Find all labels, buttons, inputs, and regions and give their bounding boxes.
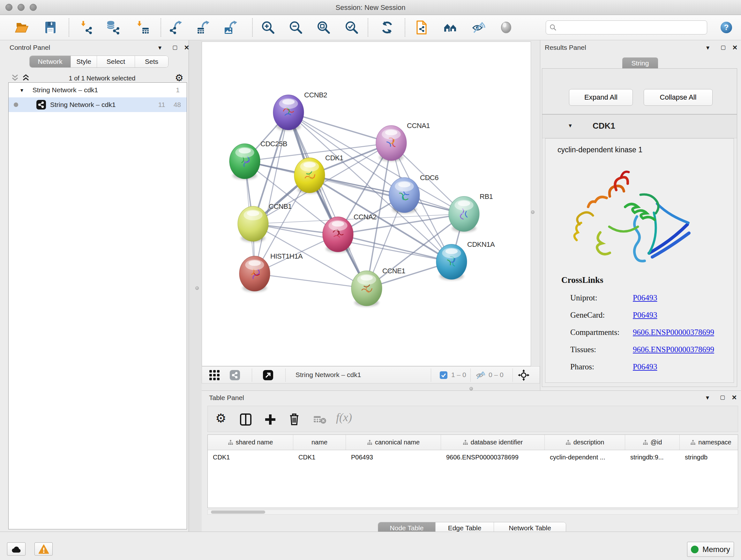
zoom-fit-icon[interactable]	[316, 20, 331, 35]
tab-network[interactable]: Network	[30, 56, 71, 67]
help-icon[interactable]: ?	[720, 21, 733, 34]
table-cell[interactable]: stringdb	[680, 450, 738, 464]
node-CDKN1A[interactable]	[436, 244, 467, 280]
expand-all-button[interactable]: Expand All	[569, 89, 633, 106]
tab-style[interactable]: Style	[71, 56, 97, 67]
crosslink-link[interactable]: 9606.ENSP00000378699	[633, 345, 714, 354]
export-table-icon[interactable]	[196, 20, 211, 35]
control-panel-title: Control Panel	[10, 44, 50, 51]
show-columns-icon[interactable]	[240, 413, 252, 426]
node-CCNA2[interactable]	[323, 217, 353, 253]
table-cell[interactable]: CDK1	[293, 450, 346, 464]
import-network-file-icon[interactable]	[79, 20, 94, 35]
zoom-selected-icon[interactable]	[344, 20, 359, 35]
open-in-window-icon[interactable]	[263, 370, 273, 381]
home-pages-icon[interactable]	[443, 20, 458, 35]
zoom-in-icon[interactable]	[261, 20, 275, 35]
crosslink-link[interactable]: P06493	[633, 362, 657, 371]
warning-status-button[interactable]	[35, 543, 53, 556]
maximize-panel-icon[interactable]: ▢	[718, 393, 727, 401]
expand-all-chevrons-icon[interactable]	[11, 73, 19, 82]
network-options-gear-icon[interactable]: ⚙	[175, 72, 184, 83]
maximize-panel-icon[interactable]: ▢	[170, 44, 180, 52]
node-CDK1[interactable]	[294, 158, 325, 193]
network-canvas[interactable]: CCNB2CCNA1CDC25BCDK1CDC6RB1CCNB1CCNA2CDK…	[202, 42, 531, 366]
collapse-triangle-icon[interactable]: ▼	[19, 87, 24, 93]
left-splitter-handle[interactable]	[195, 287, 199, 290]
float-panel-icon[interactable]: ▾	[703, 393, 712, 401]
table-horizontal-scrollbar[interactable]	[207, 509, 738, 515]
hide-selected-eye-icon[interactable]	[471, 20, 486, 35]
table-cell[interactable]: stringdb:9...	[625, 450, 680, 464]
close-panel-icon[interactable]: ✕	[182, 44, 192, 52]
scrollbar-thumb[interactable]	[211, 510, 265, 514]
table-cell[interactable]: cyclin-dependent ...	[545, 450, 625, 464]
preview-sphere-icon[interactable]	[499, 20, 514, 35]
float-panel-icon[interactable]: ▾	[155, 44, 165, 52]
crosslink-link[interactable]: P06493	[633, 311, 657, 320]
export-network-icon[interactable]	[169, 20, 183, 35]
open-session-icon[interactable]	[14, 20, 29, 35]
pan-crosshair-icon[interactable]	[518, 369, 529, 381]
maximize-panel-icon[interactable]: ▢	[718, 44, 728, 52]
search-input[interactable]	[557, 24, 697, 31]
table-cell[interactable]: CDK1	[208, 450, 293, 464]
table-cell[interactable]: 9606.ENSP00000378699	[441, 450, 545, 464]
collapse-all-chevrons-icon[interactable]	[22, 73, 30, 82]
right-splitter-handle[interactable]	[531, 210, 535, 214]
bottom-splitter-handle[interactable]	[469, 387, 473, 390]
node-CDC25B[interactable]	[229, 144, 260, 179]
selected-checkbox-icon[interactable]	[440, 371, 448, 379]
node-HIST1H1A[interactable]	[239, 256, 270, 292]
node-CCNA1[interactable]	[376, 125, 407, 161]
network-edges[interactable]	[245, 112, 464, 288]
string-network-badge-icon[interactable]	[229, 370, 240, 381]
crosslink-link[interactable]: 9606.ENSP00000378699	[633, 328, 714, 337]
delete-column-trash-icon[interactable]	[288, 413, 300, 426]
refresh-network-icon[interactable]	[380, 20, 394, 35]
import-network-database-icon[interactable]	[106, 20, 121, 35]
network-row-selected[interactable]: String Network – cdk1 11 48	[9, 98, 187, 112]
node-CCNE1[interactable]	[351, 271, 382, 307]
column-header-description[interactable]: description	[545, 435, 625, 450]
collapse-triangle-icon[interactable]: ▼	[568, 123, 573, 129]
column-header-shared-name[interactable]: shared name	[208, 435, 293, 450]
save-session-icon[interactable]	[43, 20, 58, 35]
collapse-all-button[interactable]: Collapse All	[644, 89, 713, 106]
close-panel-icon[interactable]: ✕	[730, 393, 739, 401]
crosslink-link[interactable]: P06493	[633, 294, 657, 302]
column-header--id[interactable]: @id	[625, 435, 680, 450]
birdseye-grid-icon[interactable]	[209, 370, 220, 381]
network-snapshot-icon[interactable]	[414, 20, 429, 35]
toolbar-separator	[367, 18, 368, 37]
add-column-icon[interactable]	[264, 413, 277, 426]
column-header-canonical-name[interactable]: canonical name	[346, 435, 441, 450]
network-collection-row[interactable]: ▼ String Network – cdk1 1	[9, 83, 187, 98]
main-toolbar: ?	[0, 15, 741, 40]
column-header-database-identifier[interactable]: database identifier	[441, 435, 545, 450]
results-panel-title: Results Panel	[545, 44, 586, 51]
tab-select[interactable]: Select	[97, 56, 135, 67]
tab-string[interactable]: String	[622, 57, 658, 69]
search-field[interactable]	[546, 20, 707, 35]
table-options-gear-icon[interactable]: ⚙	[215, 411, 226, 425]
node-RB1[interactable]	[449, 196, 479, 232]
node-CCNB1[interactable]	[238, 206, 268, 242]
node-CDC6[interactable]	[389, 178, 420, 213]
zoom-out-icon[interactable]	[288, 20, 303, 35]
close-panel-icon[interactable]: ✕	[730, 44, 740, 52]
export-image-icon[interactable]	[224, 20, 239, 35]
column-header-name[interactable]: name	[293, 435, 346, 450]
cloud-status-button[interactable]	[7, 543, 25, 556]
float-panel-icon[interactable]: ▾	[703, 44, 713, 52]
node-details-header[interactable]: ▼ CDK1	[542, 115, 737, 138]
import-table-file-icon[interactable]	[135, 20, 150, 35]
node-CCNB2[interactable]	[273, 95, 304, 131]
memory-button[interactable]: Memory	[687, 542, 734, 557]
column-header-namespace[interactable]: namespace	[680, 435, 738, 450]
table-cell[interactable]: P06493	[346, 450, 441, 464]
crosslink-label: Compartments:	[570, 328, 633, 337]
table-row[interactable]: CDK1CDK1P064939606.ENSP00000378699cyclin…	[208, 450, 738, 464]
current-network-dot-icon	[14, 103, 18, 107]
tab-sets[interactable]: Sets	[135, 56, 168, 67]
